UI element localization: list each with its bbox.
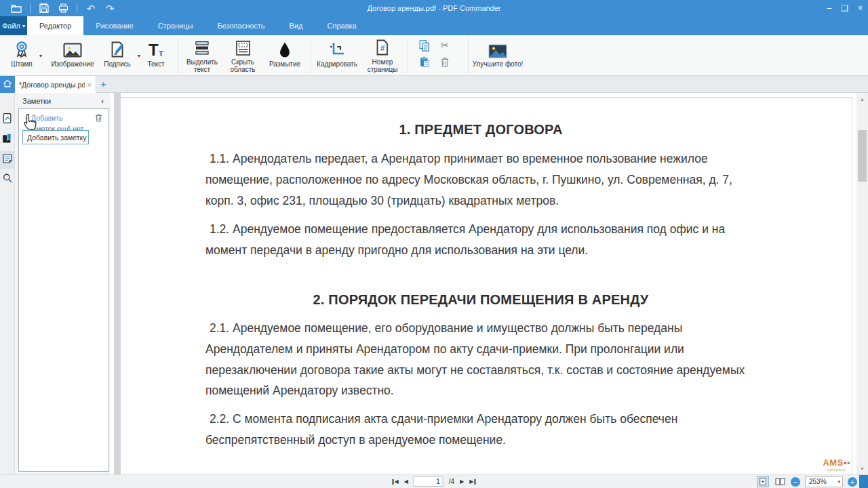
- zoom-level-select[interactable]: 253% ▾: [805, 476, 843, 487]
- text-icon: Tт: [149, 38, 163, 58]
- redo-icon[interactable]: ↷: [104, 2, 116, 14]
- home-icon: [2, 78, 13, 92]
- maximize-button[interactable]: ❑: [841, 3, 848, 13]
- document-viewer[interactable]: 1. ПРЕДМЕТ ДОГОВОРА 1.1. Арендодатель пе…: [111, 93, 868, 474]
- text-button[interactable]: Tт Текст: [141, 38, 171, 73]
- document-tab-bar: *Договор аренды.pdf × +: [0, 76, 868, 93]
- stamp-button[interactable]: Штамп: [5, 38, 38, 73]
- trash-icon[interactable]: [94, 113, 103, 125]
- bookmarks-panel-button[interactable]: [0, 131, 15, 148]
- notes-panel-title: Заметки: [22, 97, 101, 105]
- new-tab-button[interactable]: +: [100, 77, 106, 91]
- notes-panel-button[interactable]: [0, 151, 15, 169]
- fit-width-button[interactable]: [774, 476, 786, 487]
- pages-icon: [2, 113, 13, 127]
- zoom-out-button[interactable]: −: [791, 477, 800, 487]
- titlebar-separator: [77, 3, 77, 13]
- photo-enhance-icon: [488, 38, 507, 58]
- tab-drawing[interactable]: Рисование: [83, 16, 145, 35]
- copy-icon[interactable]: [418, 39, 431, 52]
- search-panel-button[interactable]: [0, 171, 15, 188]
- highlight-text-icon: [193, 38, 211, 56]
- file-menu-button[interactable]: Файл▾: [0, 16, 27, 35]
- pdf-commander-window: ↶ ↷ Договор аренды.pdf - PDF Commander –…: [0, 0, 868, 488]
- hide-area-button[interactable]: Скрыть область: [222, 38, 263, 73]
- paragraph: 1.2. Арендуемое помещение предоставляетс…: [205, 219, 756, 261]
- tab-view[interactable]: Вид: [277, 16, 315, 35]
- highlight-text-button[interactable]: Выделить текст: [182, 38, 222, 73]
- close-button[interactable]: ×: [858, 3, 863, 13]
- paragraph: 2.1. Арендуемое помещение, его оборудова…: [205, 318, 756, 401]
- main-area: Заметки ‹ + Добавить Заметок ещё нет Доб…: [0, 93, 868, 474]
- paste-icon[interactable]: [418, 55, 431, 68]
- signature-button[interactable]: Подпись: [100, 38, 134, 73]
- menubar: Файл▾ Редактор Рисование Страницы Безопа…: [0, 16, 868, 35]
- ribbon-toolbar: Штамп ▾ Изображение Подпись ▾ Tт Текст: [0, 35, 868, 76]
- bookmarks-icon: [2, 133, 13, 147]
- signature-icon: [109, 38, 125, 58]
- scroll-down-icon[interactable]: ▼: [856, 464, 868, 473]
- hide-area-icon: [235, 38, 252, 56]
- first-page-button[interactable]: ◀: [393, 479, 399, 485]
- blur-button[interactable]: Размытие: [264, 38, 305, 73]
- image-button[interactable]: Изображение: [47, 38, 98, 73]
- pdf-page: 1. ПРЕДМЕТ ДОГОВОРА 1.1. Арендодатель пе…: [121, 97, 852, 474]
- page-navigation: ◀ ◀ 1 /4 ▶ ▶: [393, 475, 476, 488]
- close-tab-icon[interactable]: ×: [87, 81, 92, 89]
- tab-editor[interactable]: Редактор: [27, 16, 83, 35]
- save-icon[interactable]: [38, 2, 50, 14]
- chevron-down-icon[interactable]: ▾: [138, 53, 140, 59]
- toolbar-separator: [178, 38, 178, 73]
- enhance-photo-button[interactable]: Улучшите фото!: [469, 38, 526, 73]
- document-tab[interactable]: *Договор аренды.pdf ×: [15, 76, 96, 93]
- print-icon[interactable]: [57, 2, 69, 14]
- statusbar: ◀ ◀ 1 /4 ▶ ▶ − 253% ▾ +: [0, 474, 868, 488]
- pages-panel-button[interactable]: [0, 110, 15, 128]
- page-number-button[interactable]: # Номер страницы: [361, 38, 404, 73]
- previous-page-button[interactable]: ◀: [404, 479, 408, 485]
- notes-panel-header: Заметки ‹: [15, 93, 111, 108]
- paragraph: 2.2. С момента подписания акта сдачи-при…: [205, 409, 756, 451]
- notes-list: + Добавить Заметок ещё нет Добавить заме…: [18, 108, 109, 472]
- search-icon: [2, 173, 13, 186]
- titlebar: ↶ ↷ Договор аренды.pdf - PDF Commander –…: [0, 0, 868, 16]
- document-tab-label: *Договор аренды.pdf: [19, 81, 85, 89]
- paragraph: 1.1. Арендодатель передает, а Арендатор …: [205, 148, 756, 211]
- collapse-panel-icon[interactable]: ‹: [101, 97, 104, 105]
- minimize-button[interactable]: –: [827, 3, 832, 13]
- sidebar-icon-rail: [0, 93, 15, 474]
- undo-icon[interactable]: ↶: [85, 2, 97, 14]
- notes-panel: Заметки ‹ + Добавить Заметок ещё нет Доб…: [15, 93, 111, 474]
- toolbar-separator: [408, 38, 408, 73]
- next-page-button[interactable]: ▶: [460, 479, 464, 485]
- delete-icon[interactable]: [438, 55, 452, 68]
- scroll-up-icon[interactable]: ▲: [856, 94, 868, 104]
- tab-pages[interactable]: Страницы: [146, 16, 205, 35]
- scrollbar-thumb[interactable]: [858, 130, 867, 182]
- open-folder-icon[interactable]: [10, 2, 22, 14]
- vertical-scrollbar[interactable]: ▲ ▼: [856, 93, 868, 474]
- tab-help[interactable]: Справка: [315, 16, 369, 35]
- chevron-down-icon: ▾: [22, 23, 25, 29]
- section-heading: 2. ПОРЯДОК ПЕРЕДАЧИ ПОМЕЩЕНИЯ В АРЕНДУ: [205, 292, 756, 308]
- chevron-down-icon[interactable]: ▾: [39, 53, 42, 59]
- fit-page-button[interactable]: [757, 476, 769, 487]
- toolbar-separator: [468, 38, 469, 73]
- cut-icon[interactable]: ✂: [438, 39, 452, 52]
- zoom-controls: − 253% ▾ +: [757, 475, 857, 488]
- stamp-icon: [13, 38, 31, 58]
- canvas-gutter: [114, 93, 121, 474]
- titlebar-separator: [30, 3, 31, 13]
- tab-security[interactable]: Безопасность: [205, 16, 277, 35]
- home-button[interactable]: [0, 76, 15, 93]
- last-page-button[interactable]: ▶: [469, 479, 475, 485]
- chevron-down-icon: ▾: [837, 479, 842, 485]
- blur-drop-icon: [278, 38, 292, 58]
- zoom-in-button[interactable]: +: [848, 477, 857, 487]
- page-number-icon: #: [375, 38, 390, 56]
- page-number-input[interactable]: 1: [414, 476, 443, 487]
- window-controls: – ❑ ×: [827, 0, 863, 16]
- svg-text:#: #: [380, 43, 385, 53]
- crop-button[interactable]: Кадрировать: [313, 38, 361, 73]
- ams-software-watermark: AMS•• software: [823, 460, 850, 473]
